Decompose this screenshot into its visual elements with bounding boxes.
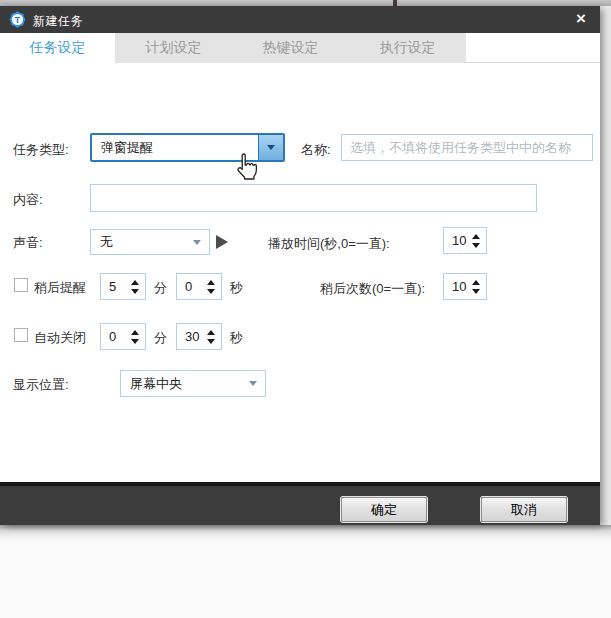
tab-bar: 任务设定 计划设定 热键设定 执行设定 [0, 33, 600, 63]
name-input[interactable] [341, 134, 593, 161]
auto-close-minutes-value: 0 [101, 329, 128, 344]
play-time-value: 10 [444, 233, 469, 248]
spinner-up-icon[interactable] [472, 280, 480, 285]
auto-close-checkbox[interactable] [14, 328, 28, 342]
name-label: 名称: [301, 141, 331, 159]
svg-text:T: T [15, 14, 21, 25]
tab-filler [466, 33, 600, 62]
remind-later-seconds-unit: 秒 [230, 279, 243, 297]
auto-close-seconds-spinner[interactable]: 30 [176, 323, 222, 350]
remind-later-minutes-spinner[interactable]: 5 [100, 273, 146, 300]
remind-later-minutes-unit: 分 [154, 279, 167, 297]
content-input[interactable] [90, 184, 537, 212]
sound-value: 无 [91, 233, 193, 251]
remind-later-seconds-value: 0 [177, 279, 204, 294]
ok-button[interactable]: 确定 [341, 497, 427, 522]
new-task-dialog: T 新建任务 × 任务设定 计划设定 热键设定 执行设定 任务类型: 弹窗提醒 … [0, 6, 600, 525]
app-gear-icon: T [8, 10, 27, 29]
play-time-label: 播放时间(秒,0=一直): [268, 235, 390, 253]
spinner-up-icon[interactable] [472, 234, 480, 239]
remind-later-seconds-spinner[interactable]: 0 [176, 273, 222, 300]
auto-close-seconds-unit: 秒 [230, 329, 243, 347]
spinner-up-icon[interactable] [131, 280, 139, 285]
cancel-button[interactable]: 取消 [481, 497, 567, 522]
auto-close-minutes-spinner[interactable]: 0 [100, 323, 146, 350]
remind-later-label: 稍后提醒 [34, 279, 86, 297]
form-content: 任务类型: 弹窗提醒 名称: 内容: 声音: 无 播放时间(秒,0=一直): 1… [0, 63, 600, 482]
chevron-down-icon [267, 145, 275, 150]
remind-later-minutes-value: 5 [101, 279, 128, 294]
auto-close-minutes-unit: 分 [154, 329, 167, 347]
tab-plan-settings[interactable]: 计划设定 [115, 33, 232, 63]
auto-close-label: 自动关闭 [34, 329, 86, 347]
play-sound-button[interactable] [216, 235, 228, 249]
spinner-down-icon[interactable] [131, 289, 139, 294]
position-label: 显示位置: [13, 376, 69, 394]
spinner-down-icon[interactable] [472, 289, 480, 294]
position-select[interactable]: 屏幕中央 [120, 370, 266, 397]
sound-select[interactable]: 无 [90, 229, 210, 255]
later-count-value: 10 [444, 279, 469, 294]
remind-later-checkbox[interactable] [14, 278, 28, 292]
task-type-label: 任务类型: [13, 141, 69, 159]
spinner-up-icon[interactable] [207, 330, 215, 335]
tab-exec-settings[interactable]: 执行设定 [349, 33, 466, 63]
desktop-background [0, 525, 611, 618]
spinner-up-icon[interactable] [207, 280, 215, 285]
spinner-down-icon[interactable] [207, 339, 215, 344]
spinner-down-icon[interactable] [131, 339, 139, 344]
chevron-down-icon [193, 240, 201, 245]
task-type-dropdown-button[interactable] [258, 135, 283, 160]
position-value: 屏幕中央 [121, 375, 249, 393]
tab-hotkey-settings[interactable]: 热键设定 [232, 33, 349, 63]
spinner-down-icon[interactable] [472, 243, 480, 248]
sound-label: 声音: [13, 234, 43, 252]
auto-close-seconds-value: 30 [177, 329, 204, 344]
play-time-spinner[interactable]: 10 [443, 227, 487, 254]
later-count-label: 稍后次数(0=一直): [320, 280, 425, 298]
spinner-up-icon[interactable] [131, 330, 139, 335]
footer-bar: 确定 取消 [0, 482, 600, 525]
later-count-spinner[interactable]: 10 [443, 273, 487, 300]
spinner-down-icon[interactable] [207, 289, 215, 294]
content-label: 内容: [13, 191, 43, 209]
tab-task-settings[interactable]: 任务设定 [0, 33, 115, 63]
close-icon: × [576, 9, 586, 28]
cursor-hand-icon [233, 153, 257, 181]
titlebar: T 新建任务 × [0, 6, 600, 33]
window-title: 新建任务 [33, 13, 83, 30]
close-button[interactable]: × [566, 6, 596, 33]
chevron-down-icon [249, 381, 257, 386]
